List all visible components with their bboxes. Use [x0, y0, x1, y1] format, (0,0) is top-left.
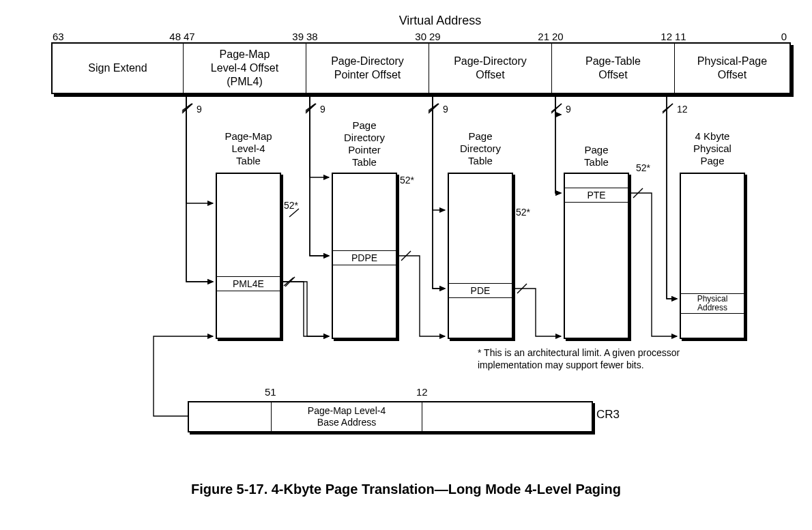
field-pml4-offset: Page-MapLevel-4 Offset(PML4): [184, 44, 306, 93]
bit-12: 12: [659, 31, 673, 42]
bit-38: 38: [305, 31, 319, 42]
diagram-arrows: [14, 94, 812, 476]
field-pp-offset: Physical-PageOffset: [675, 44, 789, 93]
bit-0: 0: [780, 31, 788, 42]
bit-30: 30: [414, 31, 428, 42]
bit-63: 63: [51, 31, 66, 42]
virtual-address-fields: Sign Extend Page-MapLevel-4 Offset(PML4)…: [51, 42, 791, 94]
bit-11: 11: [673, 31, 688, 42]
bit-29: 29: [428, 31, 442, 42]
virtual-address-title: Virtual Address: [82, 14, 798, 28]
bit-20: 20: [551, 31, 565, 42]
field-pdp-offset: Page-DirectoryPointer Offset: [306, 44, 429, 93]
field-sign-extend: Sign Extend: [53, 44, 184, 93]
bit-48: 48: [168, 31, 182, 42]
bit-21: 21: [536, 31, 551, 42]
bit-47: 47: [182, 31, 197, 42]
bit-39: 39: [291, 31, 305, 42]
field-pt-offset: Page-TableOffset: [552, 44, 675, 93]
field-pd-offset: Page-DirectoryOffset: [429, 44, 552, 93]
figure-caption: Figure 5-17. 4-Kbyte Page Translation—Lo…: [14, 482, 798, 497]
